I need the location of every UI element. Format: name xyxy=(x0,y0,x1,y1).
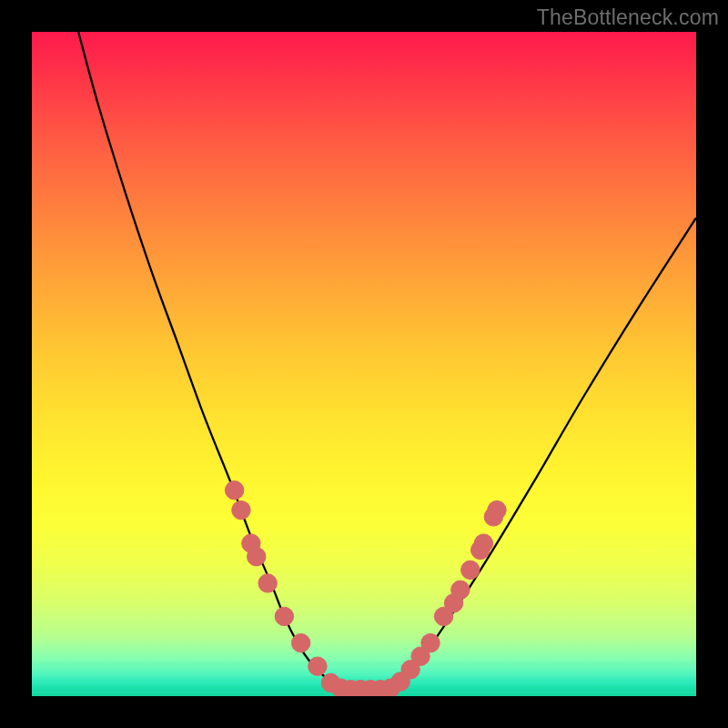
chart-frame: TheBottleneck.com xyxy=(0,0,728,728)
data-marker xyxy=(225,480,243,499)
data-marker xyxy=(275,607,293,625)
data-marker xyxy=(248,547,266,565)
data-markers xyxy=(225,480,506,696)
left-curve xyxy=(78,32,344,690)
plot-area xyxy=(32,32,696,696)
data-marker xyxy=(291,633,309,652)
data-marker xyxy=(474,534,492,552)
data-marker xyxy=(308,657,327,675)
data-marker xyxy=(461,561,480,579)
watermark-text: TheBottleneck.com xyxy=(537,5,719,30)
data-marker xyxy=(451,581,470,599)
data-marker xyxy=(421,633,440,652)
data-marker xyxy=(488,500,506,519)
chart-svg xyxy=(32,32,696,696)
data-marker xyxy=(258,574,277,592)
data-marker xyxy=(232,500,250,519)
